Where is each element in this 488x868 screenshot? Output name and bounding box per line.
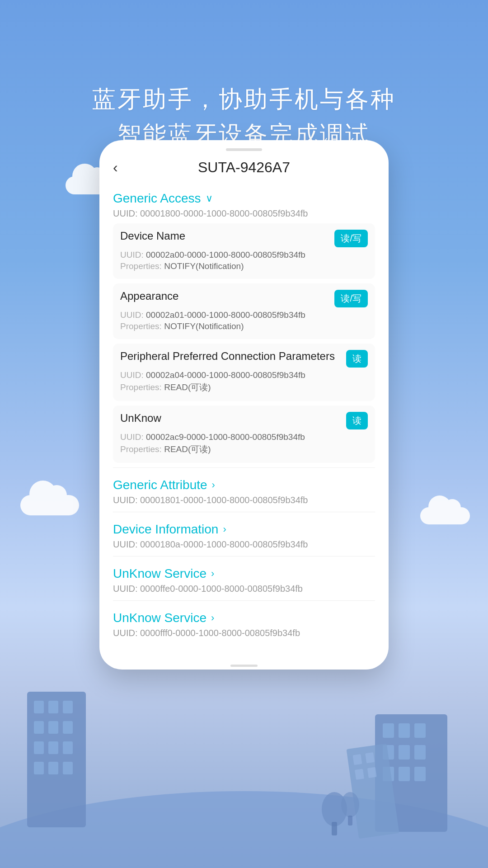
char-header-0-1: Appearance读/写 <box>120 290 368 307</box>
service-header-3[interactable]: UnKnow Service› <box>113 560 375 583</box>
svg-rect-4 <box>63 701 73 713</box>
service-section-3: UnKnow Service›UUID: 0000ffe0-0000-1000-… <box>113 560 375 601</box>
svg-rect-8 <box>34 741 44 754</box>
service-section-2: Device Information›UUID: 0000180a-0000-1… <box>113 516 375 557</box>
char-action-btn-0-3[interactable]: 读 <box>346 412 368 429</box>
svg-rect-28 <box>367 767 377 778</box>
characteristic-0-2: Peripheral Preferred Connection Paramete… <box>113 344 375 401</box>
char-name-0-1: Appearance <box>120 290 334 302</box>
service-header-0[interactable]: Generic Access∨ <box>113 185 375 208</box>
section-divider <box>113 512 375 512</box>
char-uuid-0-1: UUID: 00002a01-0000-1000-8000-00805f9b34… <box>120 310 368 320</box>
service-header-2[interactable]: Device Information› <box>113 516 375 538</box>
services-list[interactable]: Generic Access∨UUID: 00001800-0000-1000-… <box>99 185 389 660</box>
section-divider <box>113 467 375 468</box>
char-action-btn-0-1[interactable]: 读/写 <box>334 290 368 307</box>
service-arrow-0: ∨ <box>206 193 213 204</box>
cloud-decoration-3 <box>420 507 470 524</box>
svg-rect-23 <box>414 767 426 781</box>
svg-rect-19 <box>399 745 410 760</box>
service-header-4[interactable]: UnKnow Service› <box>113 604 375 627</box>
service-arrow-4: › <box>211 612 214 624</box>
char-props-0-2: Properties: READ(可读) <box>120 382 368 393</box>
service-section-1: Generic Attribute›UUID: 00001801-0000-10… <box>113 472 375 512</box>
svg-rect-11 <box>34 762 44 774</box>
scroll-indicator <box>99 660 389 670</box>
svg-rect-32 <box>348 816 352 826</box>
svg-rect-27 <box>355 769 364 780</box>
cloud-decoration-2 <box>20 495 79 515</box>
section-divider <box>113 600 375 601</box>
char-name-0-0: Device Name <box>120 230 334 242</box>
service-name-3: UnKnow Service <box>113 566 206 581</box>
char-action-btn-0-2[interactable]: 读 <box>346 350 368 368</box>
characteristic-0-0: Device Name读/写UUID: 00002a00-0000-1000-8… <box>113 223 375 279</box>
svg-rect-2 <box>34 701 44 713</box>
char-uuid-0-2: UUID: 00002a04-0000-1000-8000-00805f9b34… <box>120 370 368 380</box>
characteristic-0-3: UnKnow读UUID: 00002ac9-0000-1000-8000-008… <box>113 406 375 463</box>
svg-rect-13 <box>63 762 73 774</box>
char-header-0-2: Peripheral Preferred Connection Paramete… <box>120 350 368 368</box>
service-name-2: Device Information <box>113 522 218 537</box>
svg-rect-5 <box>34 721 44 734</box>
phone-notch <box>226 148 262 151</box>
service-name-1: Generic Attribute <box>113 478 207 492</box>
svg-rect-26 <box>365 752 375 763</box>
svg-rect-3 <box>48 701 58 713</box>
service-arrow-3: › <box>211 568 214 580</box>
page-header: ‹ SUTA-9426A7 <box>99 155 389 185</box>
char-header-0-3: UnKnow读 <box>120 412 368 429</box>
svg-point-31 <box>341 792 359 817</box>
svg-rect-25 <box>352 754 362 765</box>
char-props-0-3: Properties: READ(可读) <box>120 443 368 455</box>
service-name-4: UnKnow Service <box>113 611 206 625</box>
svg-rect-9 <box>48 741 58 754</box>
characteristic-0-1: Appearance读/写UUID: 00002a01-0000-1000-80… <box>113 283 375 339</box>
char-name-0-3: UnKnow <box>120 412 346 425</box>
service-name-0: Generic Access <box>113 191 201 206</box>
char-props-0-0: Properties: NOTIFY(Notification) <box>120 261 368 271</box>
char-header-0-0: Device Name读/写 <box>120 230 368 247</box>
service-section-0: Generic Access∨UUID: 00001800-0000-1000-… <box>113 185 375 468</box>
service-header-1[interactable]: Generic Attribute› <box>113 472 375 494</box>
svg-rect-22 <box>399 767 410 781</box>
service-uuid-2: UUID: 0000180a-0000-1000-8000-00805f9b34… <box>113 538 375 554</box>
svg-rect-6 <box>48 721 58 734</box>
service-uuid-4: UUID: 0000fff0-0000-1000-8000-00805f9b34… <box>113 627 375 643</box>
service-section-4: UnKnow Service›UUID: 0000fff0-0000-1000-… <box>113 604 375 643</box>
service-arrow-1: › <box>212 479 215 491</box>
back-button[interactable]: ‹ <box>113 159 118 176</box>
svg-rect-17 <box>414 723 426 738</box>
scroll-dot <box>230 665 258 667</box>
svg-rect-16 <box>399 723 410 738</box>
service-arrow-2: › <box>223 524 226 535</box>
svg-rect-10 <box>63 741 73 754</box>
service-uuid-3: UUID: 0000ffe0-0000-1000-8000-00805f9b34… <box>113 583 375 599</box>
svg-rect-20 <box>414 745 426 760</box>
svg-rect-30 <box>332 822 337 835</box>
char-props-0-1: Properties: NOTIFY(Notification) <box>120 321 368 331</box>
svg-rect-7 <box>63 721 73 734</box>
service-uuid-1: UUID: 00001801-0000-1000-8000-00805f9b34… <box>113 494 375 510</box>
service-uuid-0: UUID: 00001800-0000-1000-8000-00805f9b34… <box>113 208 375 223</box>
page-title: SUTA-9426A7 <box>198 159 290 176</box>
section-divider <box>113 556 375 557</box>
svg-rect-12 <box>48 762 58 774</box>
svg-rect-15 <box>383 723 394 738</box>
char-name-0-2: Peripheral Preferred Connection Paramete… <box>120 350 346 363</box>
char-uuid-0-0: UUID: 00002a00-0000-1000-8000-00805f9b34… <box>120 250 368 260</box>
char-uuid-0-3: UUID: 00002ac9-0000-1000-8000-00805f9b34… <box>120 432 368 442</box>
phone-notch-area <box>99 140 389 155</box>
phone-mockup: ‹ SUTA-9426A7 Generic Access∨UUID: 00001… <box>99 140 389 670</box>
char-action-btn-0-0[interactable]: 读/写 <box>334 230 368 247</box>
